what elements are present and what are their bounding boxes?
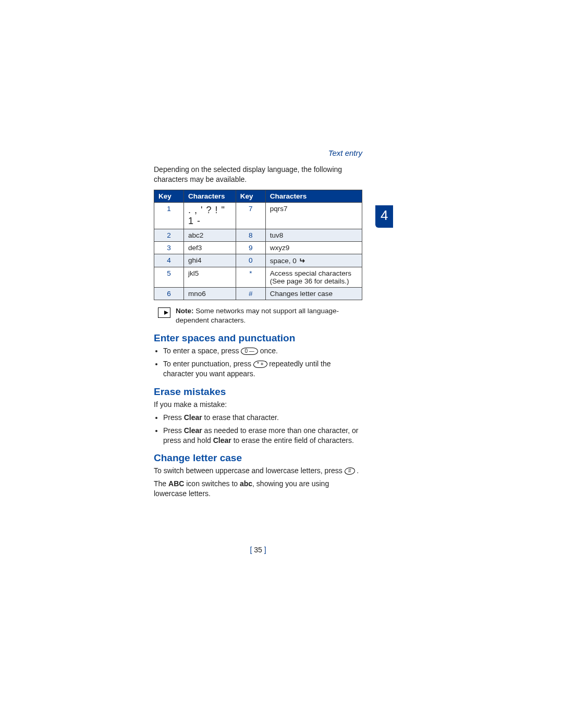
key-hash-icon: #	[344, 467, 356, 475]
list-item: Press Clear to erase that character.	[163, 413, 362, 423]
heading-erase-mistakes: Erase mistakes	[154, 386, 362, 398]
chars-cell: Access special characters (See page 36 f…	[265, 267, 362, 287]
erase-lead: If you make a mistake:	[154, 400, 362, 410]
heading-enter-spaces: Enter spaces and punctuation	[154, 332, 362, 344]
change-case-p2: The ABC icon switches to abc, showing yo…	[154, 479, 362, 499]
intro-text: Depending on the selected display langua…	[154, 165, 362, 184]
th-chars-right: Characters	[265, 190, 362, 202]
chars-cell: pqrs7	[265, 202, 362, 229]
key-cell: 9	[236, 241, 265, 254]
table-row: 3def39wxyz9	[154, 241, 362, 254]
chars-cell: jkl5	[184, 267, 236, 287]
key-cell: 0	[236, 254, 265, 267]
note-block: Note: Some networks may not support all …	[158, 306, 362, 325]
table-row: 2abc28tuv8	[154, 229, 362, 241]
table-row: 4ghi40space, 0 ↵	[154, 254, 362, 267]
chars-cell: wxyz9	[265, 241, 362, 254]
key-cell: 5	[154, 267, 184, 287]
page-content: Text entry Depending on the selected dis…	[154, 149, 362, 502]
chars-cell: mno6	[184, 287, 236, 300]
enter-icon: ↵	[299, 256, 305, 265]
chapter-tab: 4	[375, 205, 393, 228]
list-enter-spaces: To enter a space, press 0 — once. To ent…	[163, 346, 362, 379]
table-row: 1. , ' ? ! " 1 -7pqrs7	[154, 202, 362, 229]
chars-cell: Changes letter case	[265, 287, 362, 300]
list-erase: Press Clear to erase that character. Pre…	[163, 413, 362, 446]
note-icon	[158, 307, 170, 318]
page-number: [ 35 ]	[154, 546, 362, 554]
chars-cell: abc2	[184, 229, 236, 241]
chars-cell: tuv8	[265, 229, 362, 241]
th-key-left: Key	[154, 190, 184, 202]
key-cell: 4	[154, 254, 184, 267]
heading-change-case: Change letter case	[154, 452, 362, 464]
running-head: Text entry	[154, 149, 362, 157]
chars-cell: space, 0 ↵	[265, 254, 362, 267]
key-cell: 2	[154, 229, 184, 241]
key-0-icon: 0 —	[241, 348, 258, 355]
table-row: 6mno6#Changes letter case	[154, 287, 362, 300]
change-case-p1: To switch between uppercase and lowercas…	[154, 466, 362, 476]
key-cell: #	[236, 287, 265, 300]
key-cell: 3	[154, 241, 184, 254]
th-key-right: Key	[236, 190, 265, 202]
note-text: Note: Some networks may not support all …	[176, 306, 362, 325]
key-characters-table: Key Characters Key Characters 1. , ' ? !…	[154, 190, 362, 300]
key-star-icon: * +	[253, 361, 267, 368]
key-cell: *	[236, 267, 265, 287]
key-cell: 8	[236, 229, 265, 241]
th-chars-left: Characters	[184, 190, 236, 202]
chars-cell: ghi4	[184, 254, 236, 267]
key-cell: 7	[236, 202, 265, 229]
chars-cell: . , ' ? ! " 1 -	[184, 202, 236, 229]
list-item: Press Clear as needed to erase more than…	[163, 426, 362, 446]
list-item: To enter a space, press 0 — once.	[163, 346, 362, 356]
list-item: To enter punctuation, press * + repeated…	[163, 359, 362, 379]
key-cell: 6	[154, 287, 184, 300]
key-cell: 1	[154, 202, 184, 229]
table-row: 5jkl5*Access special characters (See pag…	[154, 267, 362, 287]
chars-cell: def3	[184, 241, 236, 254]
